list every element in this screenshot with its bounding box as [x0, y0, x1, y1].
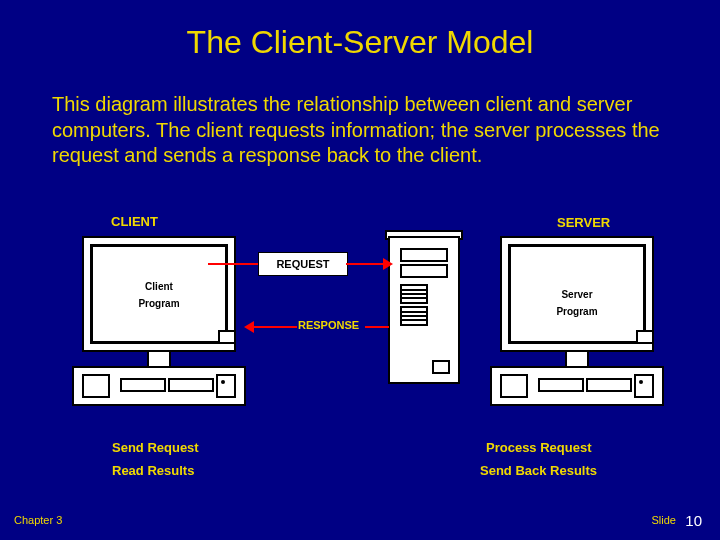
server-screen-line2: Program: [511, 306, 643, 317]
request-arrow-line: [208, 263, 258, 265]
slide-number: 10: [685, 512, 702, 529]
client-screen-line2: Program: [93, 298, 225, 309]
chapter-label: Chapter 3: [14, 514, 62, 526]
response-arrow-line: [365, 326, 389, 328]
response-label: RESPONSE: [298, 319, 359, 331]
server-computer-icon: Server Program: [480, 236, 670, 421]
server-caption-1: Process Request: [486, 440, 592, 455]
server-screen-line1: Server: [511, 289, 643, 300]
response-arrow-line: [253, 326, 297, 328]
server-tower-icon: [388, 236, 460, 384]
client-caption-1: Send Request: [112, 440, 199, 455]
request-label-box: REQUEST: [258, 252, 348, 276]
slide-label: Slide: [652, 514, 676, 526]
slide-title: The Client-Server Model: [0, 24, 720, 61]
slide-body-text: This diagram illustrates the relationshi…: [52, 92, 660, 169]
request-arrow-line: [346, 263, 386, 265]
client-screen-line1: Client: [93, 281, 225, 292]
server-heading-label: SERVER: [557, 215, 610, 230]
arrow-right-icon: [383, 258, 393, 270]
client-heading-label: CLIENT: [111, 214, 158, 229]
server-caption-2: Send Back Results: [480, 463, 597, 478]
client-caption-2: Read Results: [112, 463, 194, 478]
